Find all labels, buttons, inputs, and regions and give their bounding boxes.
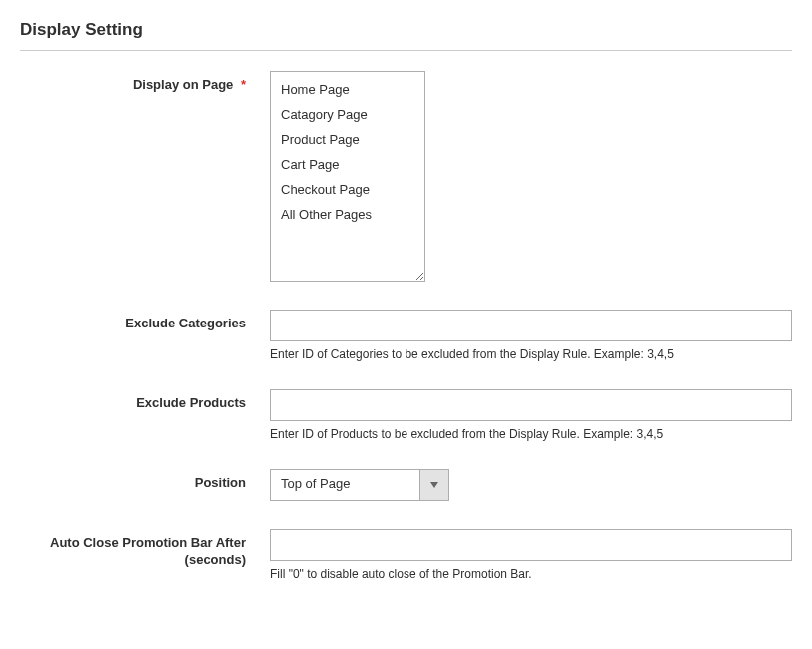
auto-close-label-line1: Auto Close Promotion Bar After [50,535,246,550]
position-label: Position [20,469,270,490]
position-row: Position Top of Page [20,469,792,501]
auto-close-input[interactable] [270,529,792,561]
display-on-page-label: Display on Page * [20,71,270,92]
display-on-page-multiselect[interactable]: Home Page Catagory Page Product Page Car… [270,71,425,282]
auto-close-label: Auto Close Promotion Bar After (seconds) [20,529,270,569]
exclude-categories-row: Exclude Categories Enter ID of Categorie… [20,310,792,361]
svg-marker-0 [430,482,438,488]
display-on-page-control: Home Page Catagory Page Product Page Car… [270,71,792,282]
exclude-categories-input[interactable] [270,310,792,341]
auto-close-control: Fill "0" to disable auto close of the Pr… [270,529,792,581]
multiselect-option[interactable]: Product Page [271,127,424,152]
multiselect-option[interactable]: Home Page [271,77,424,102]
position-select-value: Top of Page [271,470,420,500]
exclude-products-control: Enter ID of Products to be excluded from… [270,389,792,441]
exclude-products-note: Enter ID of Products to be excluded from… [270,427,792,441]
multiselect-option[interactable]: Cart Page [271,152,424,177]
exclude-products-row: Exclude Products Enter ID of Products to… [20,389,792,441]
auto-close-note: Fill "0" to disable auto close of the Pr… [270,567,792,581]
section-title: Display Setting [20,20,792,51]
exclude-products-input[interactable] [270,389,792,421]
exclude-categories-label: Exclude Categories [20,310,270,330]
position-control: Top of Page [270,469,792,501]
position-select[interactable]: Top of Page [270,469,449,501]
display-on-page-row: Display on Page * Home Page Catagory Pag… [20,71,792,282]
auto-close-label-line2: (seconds) [185,552,246,567]
multiselect-option[interactable]: Catagory Page [271,102,424,127]
required-marker: * [241,77,246,92]
auto-close-row: Auto Close Promotion Bar After (seconds)… [20,529,792,581]
multiselect-option[interactable]: All Other Pages [271,202,424,227]
label-text: Display on Page [133,77,233,92]
exclude-products-label: Exclude Products [20,389,270,410]
chevron-down-icon [420,470,448,500]
exclude-categories-note: Enter ID of Categories to be excluded fr… [270,347,792,361]
exclude-categories-control: Enter ID of Categories to be excluded fr… [270,310,792,361]
multiselect-option[interactable]: Checkout Page [271,177,424,202]
